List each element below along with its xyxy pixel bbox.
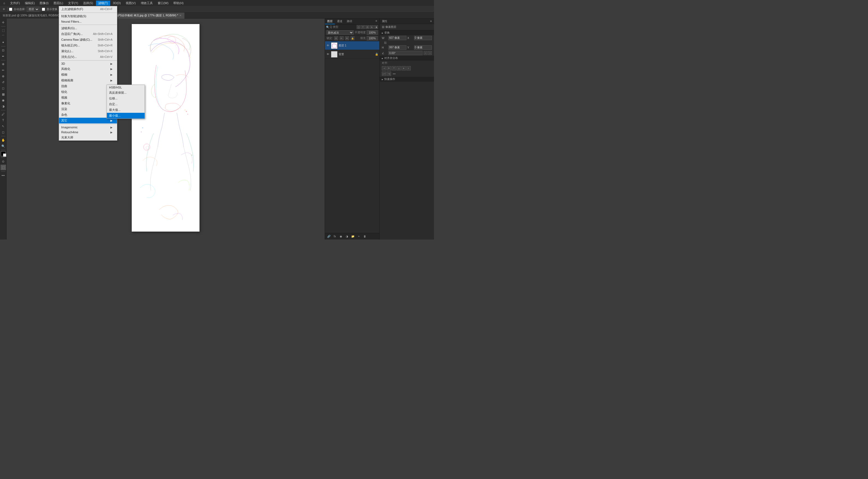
menu-layer[interactable]: 图层(L) [51,1,65,6]
tool-pen[interactable]: 🖊 [1,111,6,117]
filter-lens[interactable]: 镜头校正(R)... Shift+Ctrl+R [59,43,117,48]
tool-3d-mode[interactable]: ⬚ [1,165,6,170]
lock-pixel-btn[interactable]: ⊡ [334,36,338,40]
tool-mode[interactable]: ⊙ [1,159,6,164]
filter-retouch4me[interactable]: Retouch4me ▶ [59,130,117,135]
filter-liquify[interactable]: 液化(L)... Shift+Ctrl+X [59,48,117,54]
align-top-btn[interactable]: ⊥ [397,66,401,70]
tool-zoom[interactable]: 🔍 [1,143,6,149]
menu-select[interactable]: 选择(S) [81,1,95,6]
tool-blur[interactable]: ◉ [1,98,6,103]
layers-adj-btn[interactable]: ◑ [344,234,349,239]
props-h-input[interactable] [389,45,406,50]
layer-1-visibility[interactable]: 👁 [326,44,330,47]
opacity-input[interactable] [367,30,378,35]
props-x-input[interactable] [414,36,432,40]
filter-gallery[interactable]: 滤镜库(G)... [59,25,117,31]
tool-hand[interactable]: ✋ [1,137,6,143]
props-transform-arrow[interactable]: ▸ [382,31,383,34]
layer-item-1[interactable]: 👁 图层 1 [325,41,379,50]
filter-blur-gallery[interactable]: 模糊画廊 ▶ [59,77,117,83]
tool-heal[interactable]: ✙ [1,62,6,67]
menu-image[interactable]: 图像(I) [37,1,51,6]
menu-file[interactable]: 文件(F) [8,1,22,6]
tool-move[interactable]: ✛ [1,20,6,25]
other-custom[interactable]: 自定... [107,101,145,107]
paths-tab[interactable]: 路径 [345,19,354,24]
layers-delete-btn[interactable]: 🗑 [362,234,368,239]
other-offset[interactable]: 位移... [107,96,145,101]
layer-filter-btn3[interactable]: ⊡ [365,25,369,29]
tool-brush[interactable]: ✏ [1,67,6,73]
align-center-h-btn[interactable]: ⊢ [387,66,391,70]
doc-tab-2-close[interactable]: ✕ [179,14,182,17]
tool-magic-wand[interactable]: ✦ [1,40,6,45]
auto-select-checkbox[interactable] [9,8,12,11]
tool-dodge[interactable]: ◑ [1,103,6,109]
filter-camera-raw[interactable]: Camera Raw 滤镜(C)... Shift+Ctrl+A [59,37,117,43]
layers-group-btn[interactable]: 📁 [350,234,355,239]
show-transform-checkbox[interactable] [42,8,45,11]
menu-enhance[interactable]: 增效工具 [138,1,155,6]
layers-fx-btn[interactable]: fx [332,234,338,239]
layers-new-btn[interactable]: + [356,234,362,239]
tool-eyedropper[interactable]: ✒ [1,54,6,59]
tool-gradient[interactable]: ▦ [1,92,6,97]
tool-history[interactable]: ↺ [1,79,6,85]
props-quick-arrow[interactable]: ▸ [382,78,383,81]
filter-style[interactable]: 风格化 ▶ [59,66,117,72]
tool-fg-color[interactable] [1,151,6,156]
align-right-btn[interactable]: ⊤ [392,66,396,70]
tool-select-rect[interactable]: ⬚ [1,28,6,33]
filter-imagenomic[interactable]: Imagenomic ▶ [59,125,117,130]
filter-optifuse[interactable]: 光束大师 [59,135,117,140]
collapse-btn[interactable]: ≡ [373,19,379,24]
layers-mask-btn[interactable]: ◉ [338,234,344,239]
props-w-input[interactable] [389,36,406,40]
other-high-contrast[interactable]: 高反差保留... [107,90,145,96]
fill-input[interactable] [367,36,378,40]
props-angle-input[interactable] [389,51,423,55]
tool-extra[interactable]: ••• [1,173,6,178]
align-left-btn[interactable]: ⊣ [382,66,386,70]
distrib-v-btn[interactable]: ⊣| [387,72,391,76]
other-hsb[interactable]: HSB/HSL [107,85,145,90]
layer-filter-btn2[interactable]: T [361,25,365,29]
other-submenu[interactable]: HSB/HSL 高反差保留... 位移... 自定... 最大值... 最小值.… [106,84,145,119]
lock-draw-btn[interactable]: ✏ [340,36,344,40]
layers-link-btn[interactable]: 🔗 [326,234,332,239]
channels-tab[interactable]: 通道 [335,19,345,24]
filter-adaptive[interactable]: 自适应广角(A)... Alt+Shift+Ctrl+A [59,31,117,37]
layer-filter-btn4[interactable]: fx [370,25,374,29]
menu-edit[interactable]: 编辑(E) [23,1,37,6]
filter-last[interactable]: 上次滤镜操作(F) Alt+Ctrl+F [59,6,117,12]
filter-dropdown[interactable]: 上次滤镜操作(F) Alt+Ctrl+F 转换为智能滤镜(S) Neural F… [59,6,117,141]
menu-window[interactable]: 窗口(W) [156,1,171,6]
props-chain-icon[interactable]: ⛓ [384,41,387,44]
align-center-v-btn[interactable]: ≡ [401,66,406,70]
filter-blur[interactable]: 模糊 ▶ [59,72,117,77]
layer-item-bg[interactable]: 👁 背景 🔒 [325,50,379,59]
other-maximum[interactable]: 最大值... [107,107,145,113]
filter-3d[interactable]: 3D ▶ [59,61,117,66]
menu-text[interactable]: 文字(Y) [66,1,80,6]
props-y-input[interactable] [414,45,432,50]
menu-view[interactable]: 视图(V) [124,1,138,6]
props-align-arrow[interactable]: ▸ [382,57,383,60]
tool-crop[interactable]: ⊡ [1,47,6,53]
blend-mode-select[interactable]: 颜色减淡 [327,30,354,35]
menu-filter[interactable]: 滤镜(T) [96,1,110,6]
align-bottom-btn[interactable]: ⊦ [406,66,411,70]
filter-vanishing[interactable]: 消失点(V)... Alt+Ctrl+V [59,54,117,60]
other-minimum[interactable]: 最小值... [107,113,145,118]
tool-lasso[interactable]: ⌒ [1,34,6,39]
layer-bg-visibility[interactable]: 👁 [326,53,330,56]
canvas-area[interactable] [6,19,325,240]
doc-tab-1[interactable]: 矩形室.psd @ 100% (蒙版扣芙毛枝5, RGB/8#) ✕ [0,12,65,19]
menu-3d[interactable]: 3D(D) [111,1,123,5]
tool-path-select[interactable]: ↖ [1,124,6,129]
props-flip-h[interactable]: ↔ [424,51,428,55]
lock-move-btn[interactable]: ✛ [345,36,349,40]
props-flip-v[interactable]: ↕ [428,51,432,55]
layer-filter-btn1[interactable]: ◻ [356,25,361,29]
